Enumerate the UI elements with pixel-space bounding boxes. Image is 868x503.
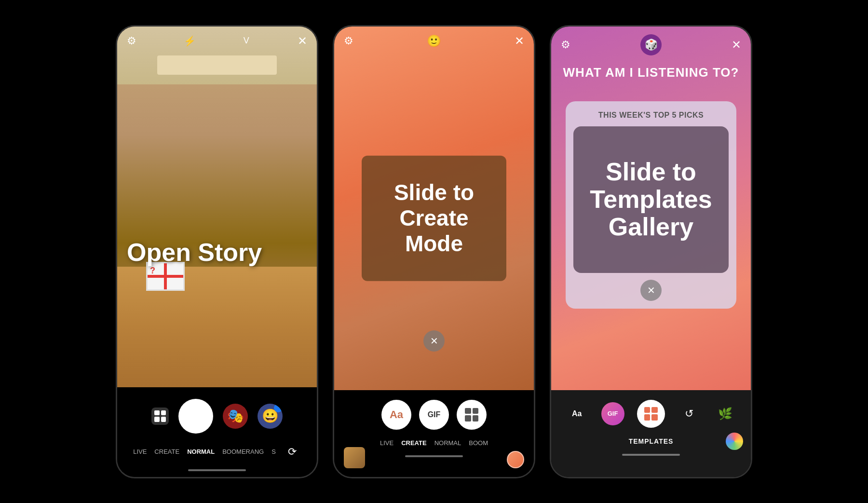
grid-layout-button[interactable] — [151, 408, 169, 425]
text-tool-3[interactable]: Aa — [565, 402, 588, 425]
home-indicator-1 — [188, 469, 246, 471]
camera-buttons: 🎭 😀 — [127, 395, 307, 437]
mode-live[interactable]: LIVE — [133, 448, 147, 455]
gif-tool-3[interactable]: GIF — [601, 402, 624, 425]
templates-label[interactable]: TEMPLATES — [559, 437, 743, 445]
history-icon: ↺ — [685, 408, 693, 420]
top-bar-1: ⚙ ⚡ V ✕ — [117, 27, 317, 55]
top-bar-3: ⚙ 🎲 ✕ — [551, 27, 751, 63]
open-story-label: Open Story — [117, 239, 317, 266]
thumbnail-preview[interactable] — [344, 447, 365, 468]
slide-templates-text: Slide to Templates Gallery — [590, 158, 712, 241]
layout-grid-3 — [644, 407, 658, 421]
close-icon-3[interactable]: ✕ — [732, 38, 741, 52]
tools-row-3: Aa GIF ↺ 🌿 — [559, 396, 743, 432]
mode-live-2[interactable]: LIVE — [380, 439, 393, 447]
mode-create[interactable]: CREATE — [154, 448, 179, 455]
color-picker-button[interactable] — [507, 451, 524, 468]
close-circle-3[interactable]: ✕ — [640, 280, 662, 301]
mode-create-2[interactable]: CREATE — [401, 439, 426, 447]
picks-label: THIS WEEK'S TOP 5 PICKS — [598, 111, 704, 120]
close-circle-2[interactable]: ✕ — [423, 330, 445, 352]
camera-preview: ? Open Story ⚙ ⚡ V ✕ — [117, 27, 317, 387]
leaf-icon: 🌿 — [718, 407, 732, 421]
text-tool-button[interactable]: Aa — [381, 400, 411, 430]
gif-label-3: GIF — [608, 410, 618, 417]
camera-background: ? Open Story — [117, 27, 317, 387]
gift-ribbon-v — [164, 263, 167, 289]
settings-icon[interactable]: ⚙ — [127, 35, 136, 47]
slide-create-text: Slide to Create Mode — [394, 180, 474, 257]
templates-area: ⚙ 🎲 ✕ WHAT AM I LISTENING TO? THIS WEEK'… — [551, 27, 751, 390]
v-icon: V — [244, 36, 250, 46]
bottom-controls-2: Aa GIF LIVE CREATE NORMAL BOOM — [334, 390, 534, 477]
color-conic-button[interactable] — [726, 433, 743, 450]
create-mode-area: ⚙ 🙂 ✕ Slide to Create Mode ✕ — [334, 27, 534, 390]
phone-frame-2: ⚙ 🙂 ✕ Slide to Create Mode ✕ Aa GIF LIVE… — [333, 25, 535, 478]
history-tool-3[interactable]: ↺ — [678, 402, 701, 425]
layout-grid-icon — [465, 408, 478, 421]
settings-icon-2[interactable]: ⚙ — [344, 35, 353, 47]
top-bar-2: ⚙ 🙂 ✕ — [334, 27, 534, 55]
close-icon-2[interactable]: ✕ — [515, 34, 524, 48]
ceiling-beam — [157, 55, 277, 75]
flip-camera-button[interactable]: ⟳ — [284, 443, 301, 461]
mode-bar-2: LIVE CREATE NORMAL BOOM — [344, 437, 524, 449]
thumbnail-inner — [344, 447, 365, 468]
bottom-controls-3: Aa GIF ↺ 🌿 TEMPLATES — [551, 390, 751, 477]
mode-bar-3: TEMPLATES — [559, 435, 743, 447]
mode-s[interactable]: S — [271, 448, 276, 455]
home-indicator-3 — [622, 454, 680, 456]
settings-icon-3[interactable]: ⚙ — [561, 39, 570, 51]
shutter-button[interactable] — [178, 399, 213, 434]
gif-tool-button[interactable]: GIF — [419, 400, 449, 430]
home-indicator-2 — [405, 455, 463, 457]
dice-button[interactable]: 🎲 — [640, 34, 662, 55]
mode-boomerang[interactable]: BOOMERANG — [222, 448, 264, 455]
picks-card: THIS WEEK'S TOP 5 PICKS Slide to Templat… — [566, 101, 736, 309]
listening-title: WHAT AM I LISTENING TO? — [551, 65, 751, 80]
notification-badge — [274, 404, 283, 412]
mode-bar-1: LIVE CREATE NORMAL BOOMERANG S ⟳ — [127, 441, 307, 462]
mode-normal[interactable]: NORMAL — [187, 448, 215, 455]
layout-tool-3[interactable] — [637, 400, 665, 428]
emoji-button[interactable]: 😀 — [258, 404, 283, 429]
text-label-3: Aa — [572, 409, 582, 418]
layout-tool-button[interactable] — [457, 400, 487, 430]
avatar-button-1[interactable]: 🎭 — [223, 404, 248, 429]
phone-frame-1: ? Open Story ⚙ ⚡ V ✕ 🎭 😀 LIVE — [116, 25, 318, 478]
bottom-controls-1: 🎭 😀 LIVE CREATE NORMAL BOOMERANG S ⟳ — [117, 387, 317, 477]
close-icon[interactable]: ✕ — [298, 34, 307, 48]
gift-question-mark: ? — [150, 266, 155, 276]
phone-frame-3: ⚙ 🎲 ✕ WHAT AM I LISTENING TO? THIS WEEK'… — [550, 25, 752, 478]
slide-templates-box: Slide to Templates Gallery — [573, 126, 729, 273]
mode-normal-2[interactable]: NORMAL — [434, 439, 461, 447]
sticker-icon[interactable]: 🙂 — [427, 34, 441, 48]
slide-create-box: Slide to Create Mode — [362, 155, 506, 281]
flash-icon[interactable]: ⚡ — [184, 35, 196, 47]
mode-boom-2[interactable]: BOOM — [469, 439, 488, 447]
leaf-tool-3[interactable]: 🌿 — [714, 402, 737, 425]
tools-row-2: Aa GIF — [344, 396, 524, 434]
